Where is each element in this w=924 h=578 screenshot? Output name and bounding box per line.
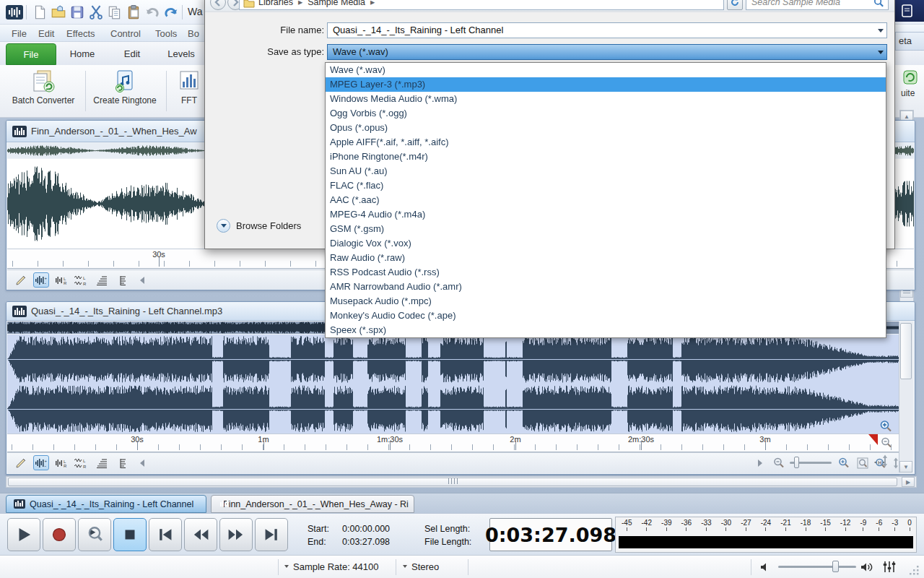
mixer-icon[interactable]: [882, 561, 897, 573]
browse-folders-button[interactable]: Browse Folders: [217, 217, 301, 233]
menu-effects[interactable]: Effects: [64, 27, 98, 40]
volume-slider-thumb[interactable]: [832, 561, 839, 572]
scroll-right-arrow[interactable]: ▶: [902, 477, 915, 487]
window2-timeline-ruler[interactable]: 30s 1m 1m:30s 2m 2m:30s 3m: [7, 434, 900, 452]
save-file-icon[interactable]: [69, 4, 85, 20]
format-option[interactable]: AMR Narrowband Audio (*.amr): [326, 280, 886, 294]
batch-converter-button[interactable]: Batch Converter: [5, 68, 82, 114]
volume-high-icon[interactable]: [860, 561, 873, 573]
record-button[interactable]: [43, 518, 76, 551]
ribbon-tab-home[interactable]: Home: [58, 43, 107, 65]
menu-bookmarks-fragment[interactable]: Bo: [185, 27, 202, 40]
horizontal-scrollbar[interactable]: ▶: [6, 476, 917, 488]
breadcrumb-root[interactable]: Libraries: [258, 0, 293, 7]
zoom-out-icon[interactable]: [771, 455, 787, 470]
format-option[interactable]: Ogg Vorbis (*.ogg): [326, 106, 886, 121]
selection-end-marker[interactable]: [868, 434, 878, 445]
format-option[interactable]: Windows Media Audio (*.wma): [326, 92, 886, 106]
save-as-type-combobox[interactable]: Wave (*.wav): [327, 44, 887, 60]
wave-display-icon[interactable]: +-: [33, 272, 49, 288]
format-option[interactable]: Opus (*.opus): [326, 121, 886, 135]
skip-to-end-button[interactable]: [255, 518, 288, 551]
play-button[interactable]: [7, 518, 40, 551]
sample-rate-dropdown-arrow[interactable]: [284, 565, 289, 568]
skip-to-start-button[interactable]: [149, 518, 182, 551]
menu-tools[interactable]: Tools: [152, 27, 180, 40]
cut-icon[interactable]: [88, 4, 104, 20]
open-file-icon[interactable]: [51, 4, 66, 20]
format-option[interactable]: GSM (*.gsm): [326, 222, 886, 236]
window2-main-waveform[interactable]: [7, 335, 900, 434]
search-input[interactable]: Search Sample Media: [746, 0, 889, 10]
fast-forward-button[interactable]: [219, 518, 253, 551]
nav-back-button[interactable]: [210, 0, 226, 10]
level-meter-icon-a[interactable]: [94, 272, 110, 288]
zoom-slider-thumb[interactable]: [794, 457, 799, 468]
collapse-left-icon[interactable]: [134, 455, 150, 470]
menu-control[interactable]: Control: [108, 27, 144, 40]
zoom-in-icon[interactable]: [836, 455, 852, 470]
window2-vertical-scrollbar[interactable]: ▼: [899, 322, 913, 473]
ribbon-tab-file[interactable]: File: [6, 43, 56, 65]
menu-file[interactable]: File: [9, 27, 30, 40]
format-option[interactable]: Raw Audio (*.raw): [326, 251, 886, 265]
copy-icon[interactable]: [107, 4, 123, 20]
document-tab[interactable]: Finn_Anderson_-_01_-_When_Hes_Away - Ri: [211, 495, 414, 513]
paste-icon[interactable]: [126, 4, 141, 20]
format-option[interactable]: AAC (*.aac): [326, 193, 886, 207]
collapse-left-icon[interactable]: [134, 272, 150, 288]
breadcrumb[interactable]: Libraries ▸ Sample Media ▸: [239, 0, 724, 10]
format-option[interactable]: RSS Podcast Audio (*.rss): [326, 265, 886, 280]
vertical-zoom-icon[interactable]: [881, 454, 889, 467]
wave-lr-icon[interactable]: LR: [53, 455, 69, 470]
draw-pencil-icon[interactable]: [13, 272, 29, 288]
sample-rate-status[interactable]: Sample Rate: 44100: [293, 561, 379, 572]
format-option[interactable]: iPhone Ringtone(*.m4r): [326, 150, 886, 164]
format-option[interactable]: FLAC (*.flac): [326, 178, 886, 193]
format-option[interactable]: Speex (*.spx): [326, 323, 886, 337]
wave-stereo-icon[interactable]: LR: [72, 455, 88, 470]
scrollbar-grip[interactable]: [448, 478, 458, 484]
document-tab[interactable]: Quasi_-_14_-_Its_Raining - Left Channel: [6, 495, 206, 513]
format-option[interactable]: Apple AIFF(*.aif, *.aiff, *.aifc): [326, 135, 886, 150]
zoom-selection-icon[interactable]: [855, 455, 871, 470]
new-file-icon[interactable]: [32, 4, 48, 20]
menu-edit[interactable]: Edit: [35, 27, 57, 40]
suite-button-fragment[interactable]: uite: [895, 66, 924, 110]
wave-lr-icon[interactable]: LR: [53, 272, 69, 288]
expand-right-icon[interactable]: [752, 455, 768, 470]
rewind-button[interactable]: [184, 518, 217, 551]
channels-dropdown-arrow[interactable]: [403, 565, 407, 568]
ribbon-tab-edit[interactable]: Edit: [108, 43, 156, 65]
level-meter-icon-a[interactable]: [94, 455, 110, 470]
refresh-button[interactable]: [727, 0, 743, 10]
volume-slider-track[interactable]: [778, 566, 856, 568]
level-meter-icon-b[interactable]: [113, 455, 128, 470]
wave-stereo-icon[interactable]: LR: [72, 272, 88, 288]
format-option[interactable]: Musepack Audio (*.mpc): [326, 294, 886, 309]
ribbon-tab-metadata-fragment[interactable]: eta: [895, 32, 924, 51]
format-option[interactable]: Wave (*.wav): [326, 63, 886, 77]
undo-icon[interactable]: [144, 4, 160, 20]
breadcrumb-folder[interactable]: Sample Media: [308, 0, 365, 7]
format-option[interactable]: Sun AU (*.au): [326, 164, 886, 178]
stop-button[interactable]: [113, 518, 147, 551]
save-as-type-dropdown-arrow[interactable]: [874, 45, 886, 59]
resize-grip[interactable]: [910, 566, 920, 576]
volume-low-icon[interactable]: [759, 561, 771, 573]
scrub-button[interactable]: [78, 518, 111, 551]
format-option[interactable]: Monkey's Audio Codec (*.ape): [326, 309, 886, 323]
redo-icon[interactable]: [163, 4, 179, 20]
file-name-input[interactable]: Quasi_-_14_-_Its_Raining - Left Channel: [327, 22, 887, 38]
format-option[interactable]: Dialogic Vox (*.vox): [326, 236, 886, 251]
zoom-in-icon[interactable]: [879, 420, 892, 433]
wave-display-icon[interactable]: +-: [33, 455, 49, 470]
format-option[interactable]: MPEG-4 Audio (*.m4a): [326, 207, 886, 222]
create-ringtone-button[interactable]: Create Ringtone: [87, 68, 163, 114]
draw-pencil-icon[interactable]: [13, 455, 29, 470]
level-meter-icon-b[interactable]: [113, 272, 128, 288]
ribbon-tab-levels[interactable]: Levels: [157, 43, 205, 65]
format-option[interactable]: MPEG Layer-3 (*.mp3): [326, 77, 886, 92]
file-name-dropdown-arrow[interactable]: [874, 23, 886, 38]
zoom-out-icon[interactable]: [881, 437, 892, 449]
